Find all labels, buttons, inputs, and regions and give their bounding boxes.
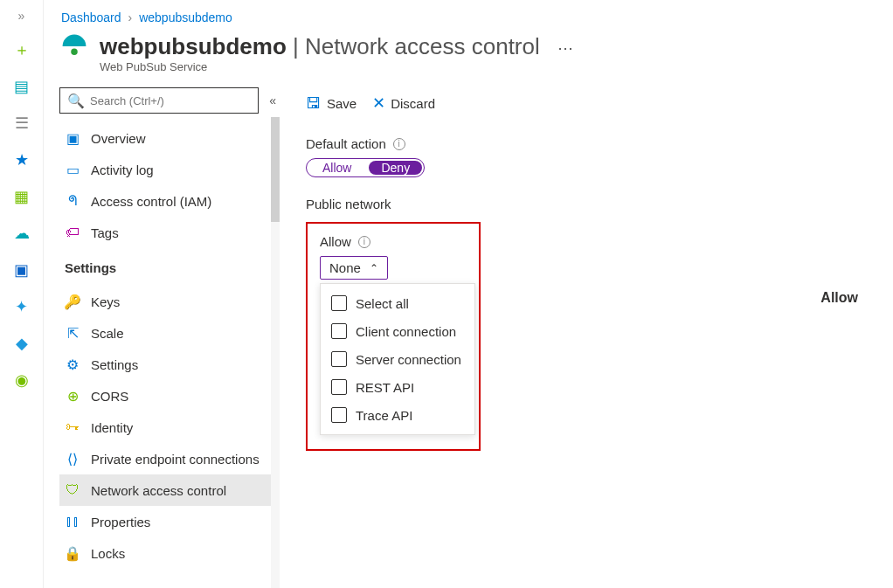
breadcrumb-resource[interactable]: webpubsubdemo — [139, 10, 232, 24]
option-server-connection[interactable]: Server connection — [321, 345, 474, 373]
more-actions-icon[interactable]: ⋯ — [552, 33, 578, 63]
option-select-all[interactable]: Select all — [321, 289, 474, 317]
checkbox-icon[interactable] — [331, 379, 347, 395]
allow-dropdown-menu: Select all Client connection Server conn… — [320, 283, 475, 435]
close-icon: ✕ — [372, 93, 385, 113]
public-network-panel: Allow i None ⌃ Select all Client connect… — [306, 222, 481, 451]
nav-private-endpoint[interactable]: ⟨⟩Private endpoint connections — [59, 443, 280, 474]
chevron-right-icon: › — [128, 10, 133, 24]
sidebar-search-input[interactable] — [90, 94, 251, 107]
iam-icon: ᖗ — [65, 193, 80, 209]
cloud-icon[interactable]: ☁ — [12, 224, 31, 243]
info-icon[interactable]: i — [393, 138, 405, 150]
allow-dropdown-value: None — [329, 260, 361, 275]
discard-button[interactable]: ✕ Discard — [372, 93, 435, 113]
search-icon: 🔍 — [67, 93, 85, 109]
column-header-allow: Allow — [820, 290, 858, 306]
option-trace-api[interactable]: Trace API — [321, 401, 474, 429]
breadcrumb: Dashboard › webpubsubdemo — [44, 0, 893, 31]
endpoint-icon: ⟨⟩ — [65, 451, 80, 467]
page-title: webpubsubdemo | Network access control — [100, 33, 540, 60]
toolbar: 🖫 Save ✕ Discard — [306, 87, 858, 119]
resource-type-label: Web PubSub Service — [100, 60, 540, 73]
checkbox-icon[interactable] — [331, 295, 347, 311]
global-nav-strip: » ＋ ▤ ☰ ★ ▦ ☁ ▣ ✦ ◆ ◉ — [0, 0, 44, 588]
nav-settings[interactable]: ⚙Settings — [59, 349, 280, 380]
nav-locks[interactable]: 🔒Locks — [59, 537, 280, 569]
lock-icon: 🔒 — [65, 545, 80, 561]
dashboard-grid-icon[interactable]: ▤ — [12, 77, 31, 96]
scale-icon: ⇱ — [65, 325, 80, 341]
nav-tags[interactable]: 🏷Tags — [59, 217, 280, 248]
sql-db-icon[interactable]: ▣ — [12, 260, 31, 280]
option-client-connection[interactable]: Client connection — [321, 317, 474, 345]
toggle-deny[interactable]: Deny — [369, 161, 422, 175]
toggle-allow[interactable]: Allow — [307, 159, 367, 176]
gear-icon: ⚙ — [65, 356, 80, 372]
allow-dropdown[interactable]: None ⌃ — [320, 256, 388, 280]
option-rest-api[interactable]: REST API — [321, 373, 474, 401]
page-header: webpubsubdemo | Network access control W… — [44, 31, 893, 82]
sidebar-scrollbar[interactable] — [271, 117, 280, 588]
nav-section-settings: Settings — [59, 248, 280, 280]
create-resource-icon[interactable]: ＋ — [12, 40, 31, 59]
nav-overview[interactable]: ▣Overview — [59, 122, 280, 154]
expand-nav-icon[interactable]: » — [18, 9, 25, 23]
diamond-icon[interactable]: ◆ — [12, 334, 31, 353]
info-icon[interactable]: i — [358, 236, 370, 248]
orbit-icon[interactable]: ✦ — [12, 297, 31, 316]
cost-circle-icon[interactable]: ◉ — [12, 370, 31, 390]
tag-icon: 🏷 — [65, 225, 80, 240]
nav-network-access-control[interactable]: 🛡Network access control — [59, 474, 280, 506]
favorite-star-icon[interactable]: ★ — [12, 150, 31, 169]
nav-activity-log[interactable]: ▭Activity log — [59, 154, 280, 185]
nav-cors[interactable]: ⊕CORS — [59, 380, 280, 412]
save-icon: 🖫 — [306, 94, 322, 113]
overview-icon: ▣ — [65, 130, 80, 146]
nav-access-control[interactable]: ᖗAccess control (IAM) — [59, 185, 280, 217]
nav-scale[interactable]: ⇱Scale — [59, 317, 280, 349]
breadcrumb-dashboard[interactable]: Dashboard — [61, 10, 121, 24]
default-action-label: Default action i — [306, 136, 858, 151]
allow-label: Allow i — [320, 234, 467, 249]
collapse-sidebar-icon[interactable]: « — [266, 90, 280, 111]
nav-keys[interactable]: 🔑Keys — [59, 286, 280, 317]
webpubsub-resource-icon — [61, 33, 87, 66]
cors-icon: ⊕ — [65, 388, 80, 404]
checkbox-icon[interactable] — [331, 323, 347, 339]
activity-log-icon: ▭ — [65, 162, 80, 177]
default-action-toggle[interactable]: Allow Deny — [306, 158, 425, 177]
resource-grid-icon[interactable]: ▦ — [12, 187, 31, 206]
all-services-icon[interactable]: ☰ — [12, 114, 31, 133]
resource-sidebar: 🔍 « ▣Overview ▭Activity log ᖗAccess cont… — [44, 82, 280, 588]
network-shield-icon: 🛡 — [65, 482, 80, 498]
sidebar-search[interactable]: 🔍 — [59, 87, 259, 114]
content-pane: 🖫 Save ✕ Discard Default action i Allow … — [280, 82, 893, 588]
checkbox-icon[interactable] — [331, 351, 347, 367]
properties-icon: ⫿⫿ — [65, 514, 80, 529]
key-icon: 🔑 — [65, 294, 80, 309]
chevron-up-icon: ⌃ — [370, 262, 378, 274]
checkbox-icon[interactable] — [331, 407, 347, 423]
nav-identity[interactable]: 🗝Identity — [59, 412, 280, 443]
identity-icon: 🗝 — [65, 419, 80, 435]
public-network-heading: Public network — [306, 197, 858, 211]
svg-point-0 — [71, 49, 78, 56]
nav-properties[interactable]: ⫿⫿Properties — [59, 506, 280, 537]
save-button[interactable]: 🖫 Save — [306, 94, 357, 113]
